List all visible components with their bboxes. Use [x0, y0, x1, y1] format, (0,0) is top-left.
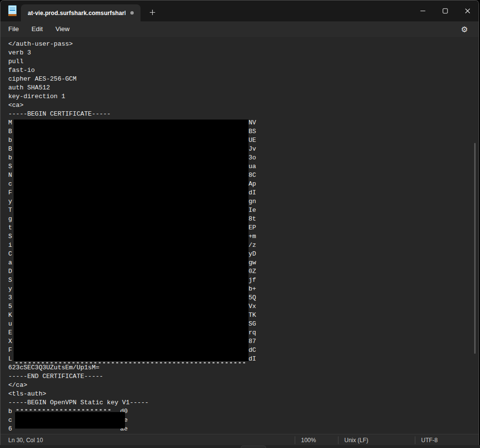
- plus-icon: [149, 9, 156, 16]
- statusbar: Ln 30, Col 10 100% Unix (LF) UTF-8: [0, 434, 479, 445]
- notepad-window: at-vie.prod.surfshark.comsurfshark: [0, 0, 479, 445]
- taskbar-center-element: [241, 446, 266, 448]
- close-button[interactable]: [456, 0, 479, 21]
- editor-line: -----END CERTIFICATE-----: [0, 372, 479, 381]
- editor-line: key-direction 1: [0, 92, 479, 101]
- editor-line: pull: [0, 57, 479, 66]
- encoding[interactable]: UTF-8: [415, 436, 479, 444]
- zoom-level[interactable]: 100%: [295, 436, 338, 444]
- redaction-box-static-key: [15, 412, 125, 429]
- editor-line: </auth-user-pass>: [0, 40, 479, 49]
- unsaved-dot-icon: [130, 11, 134, 15]
- minimize-icon: [420, 8, 426, 14]
- titlebar: at-vie.prod.surfshark.comsurfshark: [0, 0, 479, 21]
- new-tab-button[interactable]: [145, 6, 159, 18]
- cursor-position[interactable]: Ln 30, Col 10: [0, 437, 43, 444]
- taskbar-edge: [0, 445, 480, 448]
- text-editor-area[interactable]: </auth-user-pass>verb 3pullfast-iocipher…: [0, 37, 479, 434]
- editor-line: <tls-auth>: [0, 390, 479, 398]
- clipped-glyph-fragments-top: [16, 362, 247, 363]
- clipped-glyph-fragments-bottom: [17, 409, 112, 411]
- redaction-box-certificate: [14, 120, 249, 361]
- minimize-button[interactable]: [411, 0, 434, 21]
- editor-line: cipher AES-256-GCM: [0, 75, 479, 84]
- editor-line: -----BEGIN CERTIFICATE-----: [0, 110, 479, 119]
- editor-line: auth SHA512: [0, 84, 479, 92]
- maximize-icon: [443, 8, 448, 14]
- maximize-button[interactable]: [434, 0, 456, 21]
- editor-line: 623cSEC3Q3UZutsEm/Up1sM=: [0, 363, 479, 372]
- editor-line: </ca>: [0, 381, 479, 390]
- document-tab[interactable]: at-vie.prod.surfshark.comsurfshark: [21, 4, 141, 21]
- menu-file[interactable]: File: [2, 21, 25, 37]
- vertical-scrollbar-thumb[interactable]: [474, 143, 476, 354]
- notepad-app-icon: [8, 5, 17, 16]
- close-icon: [465, 8, 470, 14]
- tab-title: at-vie.prod.surfshark.comsurfshark: [28, 10, 125, 17]
- menu-view[interactable]: View: [49, 21, 76, 37]
- menu-edit[interactable]: Edit: [25, 21, 49, 37]
- line-ending[interactable]: Unix (LF): [338, 436, 415, 444]
- editor-line: -----BEGIN OpenVPN Static key V1-----: [0, 398, 479, 407]
- menubar: File Edit View ⚙: [0, 21, 479, 37]
- settings-gear-icon[interactable]: ⚙: [456, 21, 473, 37]
- editor-line: <ca>: [0, 101, 479, 110]
- editor-line: verb 3: [0, 49, 479, 57]
- editor-line: fast-io: [0, 66, 479, 75]
- window-controls: [411, 0, 479, 21]
